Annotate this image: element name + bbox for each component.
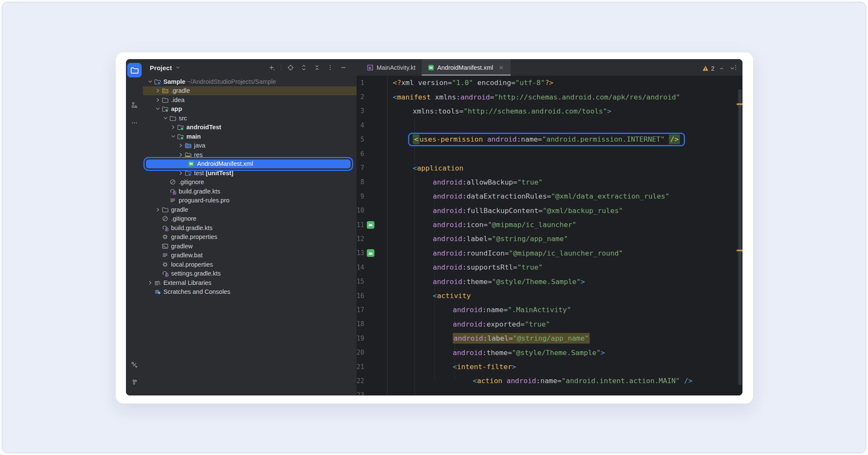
tree-item-java[interactable]: java: [143, 141, 357, 151]
code-line-16[interactable]: 16<activity: [357, 289, 742, 303]
code-line-18[interactable]: 18android:exported="true": [357, 317, 742, 331]
svg-text:K: K: [173, 191, 175, 194]
tree-item-.gitignore[interactable]: .gitignore: [143, 178, 357, 187]
more-tool-windows-button[interactable]: [128, 117, 140, 129]
tree-item-build.gradle.kts[interactable]: Kbuild.gradle.kts: [143, 187, 357, 196]
project-panel-title[interactable]: Project: [150, 64, 172, 71]
code-line-6[interactable]: 6: [357, 147, 742, 161]
tree-item-proguard-rules.pro[interactable]: proguard-rules.pro: [143, 196, 357, 205]
hide-button[interactable]: [340, 64, 347, 71]
tree-item-res[interactable]: res: [143, 150, 357, 159]
project-tool-window-button[interactable]: [127, 63, 142, 77]
code-line-17[interactable]: 17android:name=".MainActivity": [357, 303, 742, 317]
code-line-11[interactable]: 11android:icon="@mipmap/ic_launcher": [357, 218, 742, 232]
editor-scrollbar[interactable]: [738, 89, 742, 385]
tree-item-settings.gradle.kts[interactable]: Ksettings.gradle.kts: [143, 269, 357, 279]
tree-item-main[interactable]: main: [143, 132, 357, 141]
chevron-up-icon[interactable]: [718, 65, 725, 72]
warning-stripe-mark[interactable]: [737, 103, 742, 105]
tree-item-label: AndroidManifest.xml: [197, 160, 253, 167]
tree-item-src[interactable]: src: [143, 114, 357, 123]
code-line-7[interactable]: 7<application: [357, 161, 742, 175]
tree-item-label: res: [194, 151, 203, 158]
code-line-4[interactable]: 4: [357, 118, 742, 132]
code-line-1[interactable]: 1<?xml version="1.0" encoding="utf-8"?>: [357, 76, 742, 90]
close-icon[interactable]: [498, 64, 505, 71]
code-text: android:label="@string/app_name": [393, 235, 568, 243]
svg-text:K: K: [166, 228, 167, 230]
code-line-10[interactable]: 10android:fullBackupContent="@xml/backup…: [357, 204, 742, 218]
tree-item-test[interactable]: test [unitTest]: [143, 168, 357, 178]
line-number: 9: [357, 193, 364, 200]
folder-res-icon: [184, 151, 191, 158]
expand-all-button[interactable]: [300, 64, 308, 71]
options-button[interactable]: [326, 64, 334, 71]
chevron-right-icon[interactable]: [154, 97, 161, 103]
chevron-down-icon[interactable]: [147, 78, 154, 85]
collapse-all-button[interactable]: [313, 64, 321, 71]
tree-item-external-libraries[interactable]: External Libraries: [143, 278, 357, 287]
code-line-14[interactable]: 14android:supportsRtl="true": [357, 260, 742, 274]
structure-tool-window-button[interactable]: [128, 99, 140, 111]
tree-item-.gitignore[interactable]: .gitignore: [143, 214, 357, 224]
code-line-13[interactable]: 13android:roundIcon="@mipmap/ic_launcher…: [357, 246, 742, 260]
tree-item-androidtest[interactable]: androidTest: [143, 123, 357, 132]
tree-item-label: proguard-rules.pro: [179, 197, 229, 204]
code-line-22[interactable]: 22<action android:name="android.intent.a…: [357, 374, 742, 388]
code-line-21[interactable]: 21<intent-filter>: [357, 360, 742, 374]
code-line-15[interactable]: 15android:theme="@style/Theme.Sample">: [357, 274, 742, 288]
chevron-right-icon[interactable]: [177, 142, 184, 149]
code-line-8[interactable]: 8android:allowBackup="true": [357, 175, 742, 189]
tree-item-.gradle[interactable]: .gradle: [143, 86, 357, 96]
line-number: 7: [357, 164, 364, 172]
tree-item-scratches-and-consoles[interactable]: Scratches and Consoles: [143, 287, 357, 297]
tools-button[interactable]: [128, 359, 140, 371]
svg-text:K: K: [368, 65, 371, 70]
tree-item-sample[interactable]: Sample ~/AndroidStudioProjects/Sample: [143, 77, 357, 86]
code-line-5[interactable]: 5<uses-permission android:name="android.…: [357, 133, 742, 147]
build-button[interactable]: [128, 376, 140, 388]
chevron-right-icon[interactable]: [177, 170, 184, 176]
tree-item-gradle.properties[interactable]: gradle.properties: [143, 233, 357, 242]
code-line-12[interactable]: 12android:label="@string/app_name": [357, 232, 742, 246]
chevron-right-icon[interactable]: [170, 124, 177, 131]
chevron-right-icon[interactable]: [177, 151, 184, 158]
code-line-3[interactable]: 3xmlns:tools="http://schemas.android.com…: [357, 104, 742, 118]
code-text: android:fullBackupContent="@xml/backup_r…: [393, 207, 623, 215]
chevron-down-icon[interactable]: [729, 65, 736, 72]
code-line-2[interactable]: 2<manifest xmlns:android="http://schemas…: [357, 90, 742, 104]
tree-item-.idea[interactable]: .idea: [143, 95, 357, 105]
tree-item-gradlew[interactable]: gradlew: [143, 242, 357, 251]
chevron-down-icon[interactable]: [162, 115, 169, 122]
chevron-down-icon[interactable]: [154, 105, 161, 112]
tree-item-androidmanifest.xml[interactable]: MAndroidManifest.xml: [146, 159, 351, 169]
android-launcher-gutter-icon[interactable]: [365, 249, 376, 257]
inspections-widget[interactable]: 2: [702, 65, 736, 72]
tree-item-gradle[interactable]: gradle: [143, 205, 357, 214]
kotlin-file-icon: K: [367, 64, 374, 71]
code-line-20[interactable]: 20android:theme="@style/Theme.Sample">: [357, 345, 742, 359]
tree-item-gradlew.bat[interactable]: gradlew.bat: [143, 251, 357, 260]
code-text: android:icon="@mipmap/ic_launcher": [393, 221, 577, 229]
android-launcher-gutter-icon[interactable]: [365, 221, 376, 229]
chevron-down-icon[interactable]: [174, 64, 181, 71]
chevron-right-icon[interactable]: [147, 279, 154, 286]
tree-item-local.properties[interactable]: local.properties: [143, 260, 357, 269]
tab-androidmanifest-xml[interactable]: MAndroidManifest.xml: [422, 59, 511, 76]
tree-item-label: app: [171, 105, 182, 112]
chevron-right-icon[interactable]: [154, 206, 161, 213]
add-button[interactable]: [268, 64, 275, 71]
tree-item-build.gradle.kts[interactable]: Kbuild.gradle.kts: [143, 223, 357, 233]
code-line-9[interactable]: 9android:dataExtractionRules="@xml/data_…: [357, 189, 742, 203]
tab-mainactivity-kt[interactable]: KMainActivity.kt: [361, 59, 422, 76]
chevron-spacer: [154, 270, 161, 277]
chevron-right-icon[interactable]: [154, 87, 161, 94]
locate-opened-file-button[interactable]: [287, 64, 294, 71]
code-editor[interactable]: 1<?xml version="1.0" encoding="utf-8"?>2…: [357, 76, 742, 395]
code-line-19[interactable]: 19android:label="@string/app_name": [357, 331, 742, 345]
tree-item-app[interactable]: app: [143, 105, 357, 114]
chevron-down-icon[interactable]: [170, 133, 177, 140]
chevron-spacer: [162, 188, 169, 195]
code-line-23[interactable]: 23: [357, 388, 742, 395]
warning-stripe-mark[interactable]: [737, 250, 742, 251]
